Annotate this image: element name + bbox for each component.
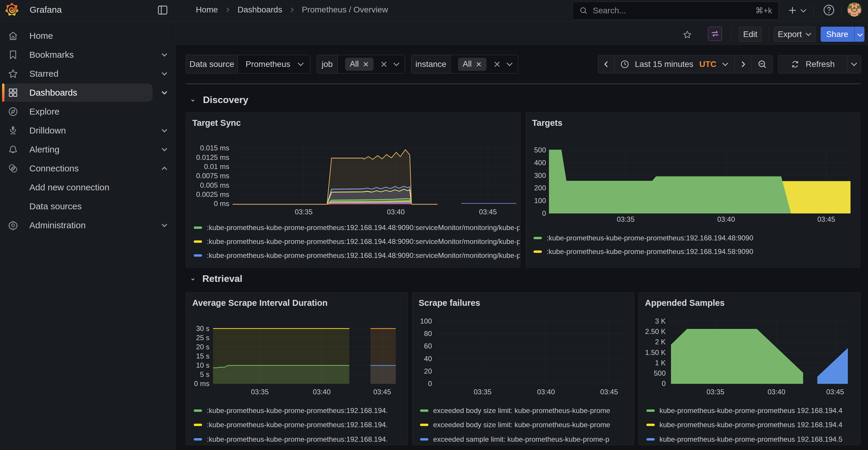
svg-text:03:35: 03:35 [617, 215, 634, 223]
svg-text:0 ms: 0 ms [214, 199, 229, 207]
svg-text:400: 400 [534, 159, 546, 167]
svg-text:1 K: 1 K [655, 359, 666, 367]
svg-text:0: 0 [662, 380, 666, 388]
svg-text:03:40: 03:40 [537, 388, 555, 396]
svg-text:0 ms: 0 ms [194, 380, 210, 388]
svg-text:200: 200 [534, 184, 546, 192]
svg-text:60: 60 [424, 342, 432, 350]
svg-text:100: 100 [534, 197, 546, 204]
svg-text:0.015 ms: 0.015 ms [200, 144, 229, 152]
svg-text:03:35: 03:35 [474, 388, 492, 396]
svg-text:500: 500 [654, 369, 666, 377]
svg-text:0.0075 ms: 0.0075 ms [196, 172, 229, 180]
svg-text:03:40: 03:40 [768, 388, 785, 396]
svg-text:03:45: 03:45 [600, 388, 618, 396]
svg-text:0.01 ms: 0.01 ms [204, 163, 229, 170]
svg-text:03:45: 03:45 [817, 215, 835, 223]
svg-text:100: 100 [420, 317, 432, 325]
svg-text:300: 300 [534, 171, 546, 180]
svg-text:15 s: 15 s [196, 352, 210, 360]
svg-text:20: 20 [424, 367, 432, 375]
svg-text:500: 500 [534, 146, 546, 154]
svg-text:03:35: 03:35 [295, 208, 313, 216]
svg-text:0: 0 [428, 380, 432, 388]
svg-text:2.50 K: 2.50 K [645, 327, 666, 335]
svg-text:80: 80 [424, 329, 432, 338]
svg-text:5 s: 5 s [200, 371, 210, 378]
svg-text:03:35: 03:35 [251, 388, 269, 396]
svg-text:03:45: 03:45 [373, 388, 391, 396]
svg-text:0.005 ms: 0.005 ms [200, 181, 229, 189]
svg-text:10 s: 10 s [196, 361, 210, 369]
svg-text:20 s: 20 s [196, 343, 210, 351]
svg-text:03:45: 03:45 [479, 208, 497, 216]
svg-text:3 K: 3 K [655, 317, 666, 325]
svg-text:1.50 K: 1.50 K [645, 349, 666, 356]
svg-text:03:45: 03:45 [826, 388, 844, 396]
svg-text:0.0025 ms: 0.0025 ms [196, 190, 229, 198]
svg-text:03:40: 03:40 [313, 388, 331, 396]
svg-text:0: 0 [542, 209, 546, 217]
svg-text:2 K: 2 K [655, 338, 666, 346]
svg-text:25 s: 25 s [196, 334, 210, 342]
svg-text:0.0125 ms: 0.0125 ms [196, 153, 229, 161]
svg-text:03:40: 03:40 [717, 215, 735, 223]
svg-text:03:35: 03:35 [707, 388, 724, 396]
svg-text:30 s: 30 s [196, 324, 210, 332]
svg-text:03:40: 03:40 [387, 208, 405, 216]
svg-text:40: 40 [424, 355, 432, 363]
